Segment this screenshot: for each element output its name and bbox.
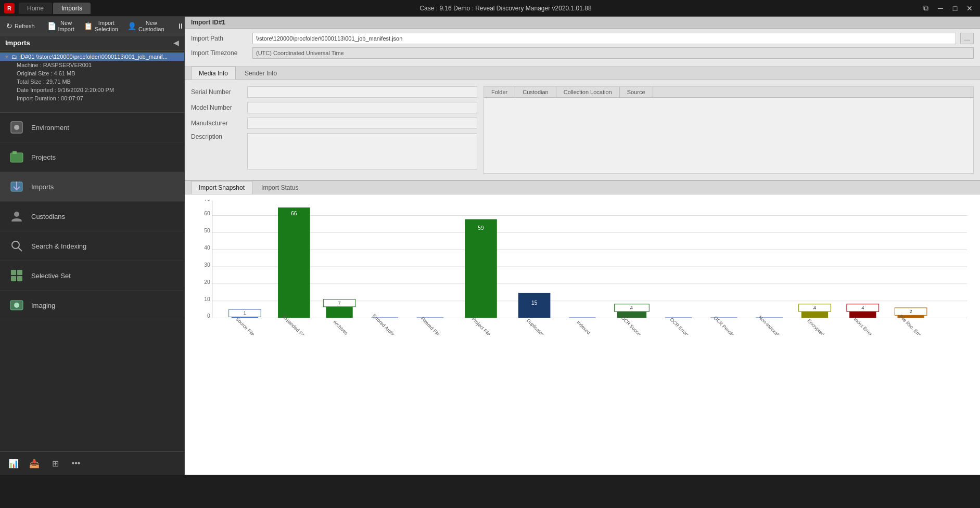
browse-button[interactable]: …	[960, 33, 974, 44]
nav-selective-set[interactable]: Selective Set	[0, 261, 184, 291]
svg-line-7	[18, 248, 22, 251]
import-timezone-input[interactable]	[252, 47, 974, 59]
nav-imports[interactable]: Imports	[0, 172, 184, 202]
media-info-tab[interactable]: Media Info	[191, 67, 236, 80]
bar-value-expanded-files: 66	[291, 211, 297, 216]
environment-icon	[8, 119, 25, 136]
import-details: Import Path … Import Timezone	[185, 29, 980, 67]
svg-point-5	[14, 212, 19, 217]
title-bar: R Home Imports Case : 9.16 Demo : Reveal…	[0, 0, 980, 17]
tree-root-icon: 🗂	[11, 54, 17, 60]
model-number-input[interactable]	[247, 102, 477, 113]
x-label-encrypted: Encrypted	[806, 318, 825, 335]
bar-value-encrypted: 4	[813, 305, 816, 310]
svg-text:30: 30	[204, 262, 210, 268]
media-form: Serial Number Model Number Manufacturer …	[191, 86, 477, 174]
serial-number-input[interactable]	[247, 86, 477, 98]
import-status-tab[interactable]: Import Status	[253, 181, 306, 194]
bar-ocr-errors	[665, 317, 692, 318]
bar-chart-svg: 0 10 20 30 40 50 60 70	[195, 200, 970, 335]
right-panel: Folder Custodian Collection Location Sou…	[483, 86, 974, 174]
source-tab[interactable]: Source	[620, 87, 653, 97]
bar-archives	[326, 306, 352, 318]
folder-tab[interactable]: Folder	[484, 87, 515, 97]
svg-rect-3	[12, 151, 17, 154]
close-button[interactable]: ✕	[963, 2, 976, 15]
minimize-button[interactable]: ─	[934, 2, 947, 15]
x-label-index-errors: Index Errors	[853, 317, 875, 335]
bar-value-source-files: 1	[244, 310, 246, 316]
chart-tabs: Import Snapshot Import Status	[185, 181, 980, 194]
nav-imaging-label: Imaging	[31, 302, 55, 309]
restore-button[interactable]: ⧉	[920, 2, 932, 15]
new-custodian-button[interactable]: 👤 New Custodian	[123, 18, 169, 34]
refresh-icon: ↻	[6, 22, 12, 30]
media-tabs: Media Info Sender Info	[185, 67, 980, 80]
svg-rect-9	[17, 270, 22, 275]
pause-icon: ⏸	[177, 22, 184, 30]
nav-search-indexing[interactable]: Search & Indexing	[0, 231, 184, 261]
nav-custodians[interactable]: Custodians	[0, 202, 184, 231]
tree-child-import-duration: Import Duration : 00:07:07	[0, 94, 184, 102]
description-input[interactable]	[247, 133, 477, 170]
x-label-archives: Archives	[332, 319, 349, 335]
manufacturer-input[interactable]	[247, 118, 477, 129]
sidebar-bottom: 📊 📥 ⊞ •••	[0, 451, 184, 475]
chart-area: 0 10 20 30 40 50 60 70	[185, 194, 980, 475]
home-tab[interactable]: Home	[19, 3, 52, 14]
maximize-button[interactable]: □	[949, 2, 961, 15]
chart-icon[interactable]: 📊	[6, 456, 21, 471]
bar-value-project-files: 59	[478, 225, 484, 231]
import-tree: ▼ 🗂 ID#01 \\store\120000\procfolder\0000…	[0, 50, 184, 113]
selective-set-icon	[8, 267, 25, 284]
media-info-content: Serial Number Model Number Manufacturer …	[185, 80, 980, 180]
bar-project-files	[465, 219, 497, 318]
refresh-button[interactable]: ↻ Refresh	[2, 20, 39, 32]
nav-custodians-label: Custodians	[31, 213, 65, 220]
bar-indexed	[569, 317, 595, 318]
tree-root-item[interactable]: ▼ 🗂 ID#01 \\store\120000\procfolder\0000…	[0, 53, 184, 61]
new-import-button[interactable]: 📄 New Import	[43, 18, 79, 34]
download-icon[interactable]: 📥	[27, 456, 42, 471]
import-selection-icon: 📋	[84, 22, 93, 30]
x-label-filtered-files: Filtered Files	[419, 316, 443, 335]
content-area: Import ID#1 Import Path … Import Timezon…	[185, 17, 980, 475]
manufacturer-row: Manufacturer	[191, 118, 477, 129]
nav-selective-set-label: Selective Set	[31, 272, 71, 280]
bar-expanded-files	[278, 207, 310, 318]
description-row: Description	[191, 133, 477, 170]
nav-imaging[interactable]: Imaging	[0, 291, 184, 320]
bar-encrypted	[801, 311, 828, 318]
more-options-icon[interactable]: •••	[69, 456, 83, 471]
imaging-icon	[8, 297, 25, 314]
svg-rect-10	[11, 276, 16, 281]
bar-value-file-rec-errors: 2	[910, 309, 912, 314]
collection-location-tab[interactable]: Collection Location	[556, 87, 620, 97]
sender-info-tab[interactable]: Sender Info	[237, 67, 285, 80]
grid-icon[interactable]: ⊞	[48, 456, 62, 471]
custodians-icon	[8, 208, 25, 225]
x-label-duplicates: Duplicates	[526, 318, 545, 335]
sidebar-collapse-button[interactable]: ◀	[173, 38, 179, 47]
window-title: Case : 9.16 Demo : Reveal Discovery Mana…	[92, 5, 920, 12]
import-snapshot-tab[interactable]: Import Snapshot	[191, 181, 252, 194]
description-label: Description	[191, 133, 243, 140]
imports-tab[interactable]: Imports	[53, 3, 91, 14]
import-path-input[interactable]	[252, 33, 956, 44]
svg-point-6	[12, 241, 19, 249]
nav-environment[interactable]: Environment	[0, 113, 184, 142]
serial-number-row: Serial Number	[191, 86, 477, 98]
nav-projects[interactable]: Projects	[0, 142, 184, 172]
tree-expand-icon: ▼	[4, 54, 9, 60]
svg-text:10: 10	[204, 296, 210, 302]
import-selection-button[interactable]: 📋 Import Selection	[80, 18, 122, 34]
import-id-header: Import ID#1	[185, 17, 980, 29]
bar-index-errors	[849, 311, 876, 318]
serial-number-label: Serial Number	[191, 88, 243, 96]
toolbar: ↻ Refresh 📄 New Import 📋 Import Selectio…	[0, 17, 184, 35]
svg-point-13	[14, 303, 19, 308]
new-import-icon: 📄	[47, 22, 56, 30]
tree-child-original-size: Original Size : 4.61 MB	[0, 69, 184, 77]
custodian-tab[interactable]: Custodian	[515, 87, 556, 97]
bar-value-ocr-success: 4	[630, 305, 633, 310]
